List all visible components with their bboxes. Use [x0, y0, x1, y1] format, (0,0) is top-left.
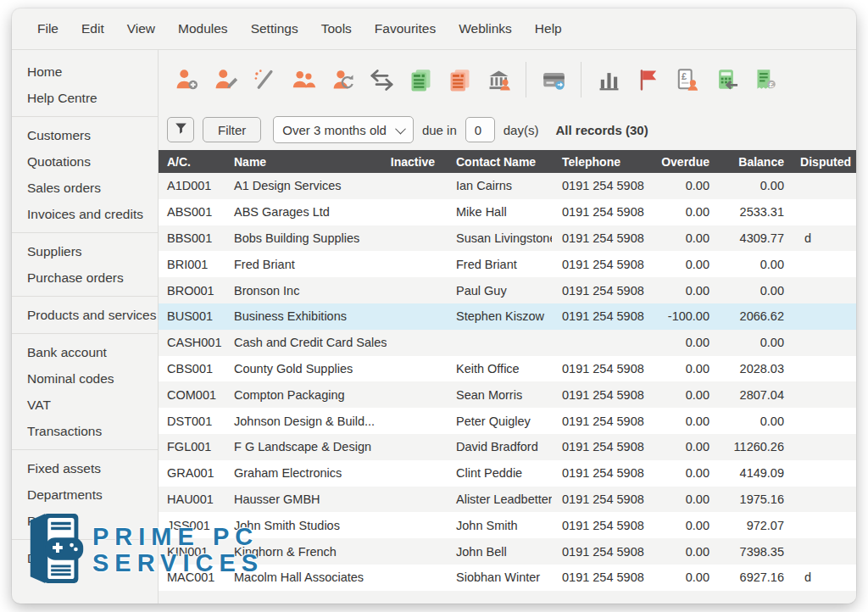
menu-item-settings[interactable]: Settings	[251, 21, 298, 36]
funnel-icon	[173, 120, 189, 139]
menu-item-file[interactable]: File	[37, 21, 58, 36]
column-header-inactive[interactable]: Inactive	[387, 155, 442, 169]
menu-item-view[interactable]: View	[127, 21, 155, 36]
cell-ac: DST001	[159, 414, 225, 428]
filter-funnel-button[interactable]	[167, 117, 194, 142]
customer-edit-button[interactable]	[206, 60, 245, 99]
menu-item-edit[interactable]: Edit	[81, 21, 104, 36]
cell-ac: FGL001	[159, 440, 225, 453]
flag-button[interactable]	[628, 60, 667, 99]
table-row[interactable]: HAU001Hausser GMBHAlister Leadbetter0191…	[159, 487, 856, 513]
sidebar-item-invoices-and-credits[interactable]: Invoices and credits	[12, 201, 158, 227]
menu-bar: FileEditViewModulesSettingsToolsFavourit…	[12, 8, 856, 50]
batch-invoice-button[interactable]	[440, 60, 479, 99]
sidebar-item-bank-account[interactable]: Bank account	[12, 339, 158, 365]
svg-text:£: £	[682, 70, 687, 81]
cell-contact: Stephen Kiszow	[442, 309, 552, 323]
cell-name: County Gold Supplies	[225, 362, 387, 376]
invoice-green-button[interactable]	[401, 60, 440, 99]
column-header-ac[interactable]: A/C.	[159, 155, 225, 169]
column-header-telephone[interactable]: Telephone	[552, 155, 654, 169]
cell-contact: Keith Office	[442, 362, 552, 376]
chart-button[interactable]	[589, 60, 628, 99]
cell-contact: Susan Livingstone	[442, 231, 552, 245]
column-header-contact[interactable]: Contact Name	[442, 155, 552, 169]
cell-contact: Mike Hall	[442, 205, 552, 219]
cell-telephone: 0191 254 5908	[552, 440, 654, 453]
sidebar-item-home[interactable]: Home	[12, 58, 158, 85]
cell-contact: Peter Quigley	[442, 414, 552, 428]
wand-icon	[251, 67, 279, 93]
table-row[interactable]: BRI001Fred BriantFred Briant0191 254 590…	[159, 251, 856, 277]
receipt-button[interactable]: £	[745, 60, 784, 99]
table-row[interactable]: FGL001F G Landscape & DesignDavid Bradfo…	[159, 434, 856, 460]
sidebar-group-1: HomeHelp Centre	[12, 53, 158, 116]
table-row[interactable]: CBS001County Gold SuppliesKeith Office01…	[159, 356, 856, 382]
price-list-button[interactable]: £	[667, 60, 706, 99]
cell-overdue: 0.00	[654, 336, 713, 349]
flag-icon	[634, 67, 662, 93]
sidebar-item-sales-orders[interactable]: Sales orders	[12, 175, 158, 201]
price-list-icon: £	[673, 67, 701, 93]
sidebar-item-transactions[interactable]: Transactions	[12, 418, 158, 444]
sidebar-item-purchase-orders[interactable]: Purchase orders	[12, 264, 158, 291]
menu-item-favourites[interactable]: Favourites	[375, 21, 436, 36]
cell-balance: 0.00	[713, 258, 787, 271]
menu-item-modules[interactable]: Modules	[178, 21, 228, 36]
column-header-name[interactable]: Name	[225, 155, 387, 169]
column-header-balance[interactable]: Balance	[713, 155, 787, 169]
sidebar-item-vat[interactable]: VAT	[12, 392, 158, 418]
cell-balance: 2533.31	[713, 205, 787, 219]
table-row[interactable]: DST001Johnson Design & Build...Peter Qui…	[159, 408, 856, 434]
cell-overdue: 0.00	[654, 519, 713, 532]
table-row[interactable]: GRA001Graham ElectronicsClint Peddie0191…	[159, 460, 856, 487]
statement-button[interactable]	[706, 60, 745, 99]
table-row[interactable]: BUS001Business ExhibitionsStephen Kiszow…	[159, 303, 856, 330]
sidebar-item-customers[interactable]: Customers	[12, 122, 158, 148]
card-payment-button[interactable]	[534, 60, 573, 99]
sidebar-item-suppliers[interactable]: Suppliers	[12, 238, 158, 264]
wand-button[interactable]	[245, 60, 284, 99]
customer-add-icon	[173, 67, 201, 93]
sidebar-item-help-centre[interactable]: Help Centre	[12, 85, 158, 111]
transfer-arrows-button[interactable]	[362, 60, 401, 99]
bank-customer-button[interactable]	[479, 60, 518, 99]
cell-balance: 0.00	[713, 179, 787, 192]
table-row[interactable]: A1D001A1 Design ServicesIan Cairns0191 2…	[159, 173, 856, 199]
customer-refresh-button[interactable]	[323, 60, 362, 99]
customer-add-button[interactable]	[167, 60, 206, 99]
table-row[interactable]: ABS001ABS Garages LtdMike Hall0191 254 5…	[159, 199, 856, 225]
sidebar-item-products-and-services[interactable]: Products and services	[12, 302, 158, 328]
table-row[interactable]: CASH001Cash and Credit Card Sales0.000.0…	[159, 330, 856, 356]
days-label: day(s)	[504, 123, 539, 137]
cell-ac: BUS001	[159, 309, 225, 323]
cell-name: Bobs Building Supplies	[225, 231, 387, 245]
cell-ac: ABS001	[159, 205, 225, 219]
customers-group-button[interactable]	[284, 60, 323, 99]
age-filter-select[interactable]: Over 3 months old	[273, 116, 414, 143]
menu-item-weblinks[interactable]: Weblinks	[459, 21, 512, 36]
table-row[interactable]: COM001Compton PackagingSean Morris0191 2…	[159, 381, 856, 408]
filter-button[interactable]: Filter	[203, 117, 261, 142]
sidebar-item-fixed-assets[interactable]: Fixed assets	[12, 455, 158, 481]
due-in-input[interactable]	[465, 117, 495, 142]
sidebar-item-departments[interactable]: Departments	[12, 481, 158, 508]
column-header-disputed[interactable]: Disputed	[787, 155, 856, 169]
cell-telephone: 0191 254 5908	[552, 362, 654, 376]
column-header-overdue[interactable]: Overdue	[654, 155, 713, 169]
cell-overdue: 0.00	[654, 466, 713, 480]
cell-name: Hausser GMBH	[225, 492, 387, 506]
cell-telephone: 0191 254 5908	[552, 545, 654, 559]
cell-contact: Fred Briant	[442, 258, 552, 271]
batch-invoice-icon	[446, 67, 474, 93]
sidebar-item-quotations[interactable]: Quotations	[12, 148, 158, 175]
cell-contact: Alister Leadbetter	[442, 492, 552, 506]
watermark: PRIME PC SERVICES	[24, 510, 264, 590]
cell-contact: David Bradford	[442, 440, 552, 453]
table-row[interactable]: BRO001Bronson IncPaul Guy0191 254 59080.…	[159, 277, 856, 303]
table-row[interactable]: BBS001Bobs Building SuppliesSusan Living…	[159, 225, 856, 252]
sidebar-item-nominal-codes[interactable]: Nominal codes	[12, 365, 158, 392]
menu-item-help[interactable]: Help	[535, 21, 562, 36]
cell-balance: 0.00	[713, 414, 787, 428]
menu-item-tools[interactable]: Tools	[321, 21, 352, 36]
